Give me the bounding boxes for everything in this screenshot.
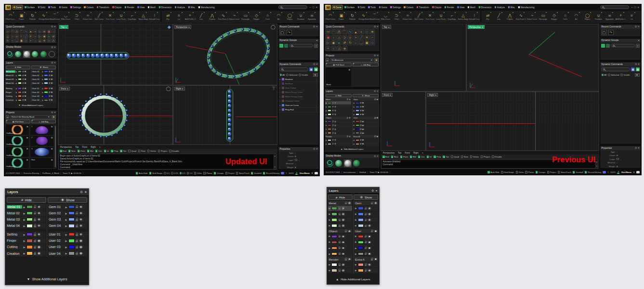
play-icon[interactable]: ▶ [42,75,43,77]
quick-command-icon[interactable]: ◠ [11,29,14,33]
dynamic-command-row[interactable]: ▸Micro Prong Cutter⋮ [278,95,319,99]
scroll-up-icon[interactable]: ▲ [274,155,276,158]
layer-color-swatch[interactable] [68,218,75,221]
lock-icon[interactable] [22,92,24,93]
quick-command-icon[interactable]: ~ [11,39,14,42]
play-icon[interactable]: ▶ [42,79,43,80]
project-thumbnail[interactable]: ▣New [30,158,53,168]
tool-rebuild-icon[interactable]: ↻Rebuild [347,11,358,23]
play-icon[interactable]: ▶ [326,132,327,134]
layer-row[interactable]: ▶ [325,138,351,142]
display-mode-sphere[interactable] [48,51,55,58]
quick-command-icon[interactable]: ◡ [15,39,19,42]
view-grid-button[interactable]: ▦ [631,67,635,71]
folder-icon[interactable]: ▣ [374,58,379,62]
viewport-label-perspective[interactable]: Perspective▾ [174,25,191,29]
layer-color-swatch[interactable] [355,113,359,115]
play-icon[interactable]: ▶ [326,110,327,112]
close-icon[interactable]: × [54,25,55,28]
menu-tab-clayoo[interactable]: Clayoo [111,5,122,9]
tool-blend-curve-icon[interactable]: ⌒Blend Curve [49,11,60,23]
layer-color-swatch[interactable] [26,251,33,255]
lock-icon[interactable] [332,110,334,111]
osnap-vertex[interactable]: Vertex [147,150,156,152]
lock-icon[interactable] [345,231,347,232]
layer-group-header[interactable]: User [354,229,378,233]
eye-icon[interactable] [51,99,53,101]
dynamic-command-row[interactable]: ▸Ring Rail⋮ [278,108,319,112]
kebab-menu-icon[interactable]: ⋮ [315,78,318,81]
play-icon[interactable]: ▶ [326,114,327,116]
layer-row[interactable]: User 02▶ [32,91,56,94]
lock-icon[interactable] [339,248,341,249]
eye-icon[interactable] [24,75,26,76]
kebab-menu-icon[interactable]: ⋮ [315,104,318,107]
quick-command-icon[interactable]: ◇ [370,40,375,45]
lock-icon[interactable] [34,213,36,215]
copy-icon[interactable]: ▣ [26,136,28,139]
quick-command-icon[interactable]: ○ [52,29,55,33]
layer-row[interactable]: Metal 02▶ [5,74,30,78]
menu-tab-gems[interactable]: Gems [378,5,388,9]
command-search-input[interactable] [601,67,630,71]
eye-icon[interactable] [374,202,377,204]
play-icon[interactable]: ▶ [16,79,17,80]
lock-icon[interactable] [360,129,361,130]
osnap-point[interactable]: Point [78,150,85,152]
menu-tab-surface[interactable]: Surface [343,5,355,9]
osnap-mid[interactable]: Mid [87,150,93,152]
quick-command-icon[interactable]: ◇ [38,29,42,33]
lock-icon[interactable] [339,270,341,272]
layer-row[interactable]: ▶ [328,239,352,245]
lock-icon[interactable] [76,240,78,242]
toggle-grid-snaps[interactable]: Grid Snaps [149,172,163,174]
layer-color-swatch[interactable] [328,143,331,145]
lock-icon[interactable] [22,96,24,97]
eye-icon[interactable] [362,125,364,126]
layer-row[interactable]: ▶ [354,262,378,267]
layer-color-swatch[interactable] [44,95,48,97]
quick-command-icon[interactable]: ∪ [15,34,19,38]
menu-tab-manufacturing[interactable]: Manufacturing [517,5,536,9]
layer-row[interactable]: Setting▶ [6,232,46,237]
eye-icon[interactable] [368,247,371,250]
layer-color-swatch[interactable] [44,99,48,102]
play-icon[interactable]: ▶ [329,241,330,243]
layer-row[interactable]: Gem 04▶ [48,223,88,229]
quick-command-icon[interactable]: △ [337,46,342,51]
quick-command-icon[interactable]: ▭ [47,39,51,42]
tool-ellipse-icon[interactable]: ◯Ellipse [582,11,593,23]
app-logo[interactable]: M [325,5,331,10]
snap-0.25[interactable]: 0.25 [171,172,178,174]
menu-tab-curve[interactable]: Curve [332,5,342,9]
play-icon[interactable]: ▶ [326,102,327,104]
ring-band-model[interactable] [226,89,233,142]
quick-command-icon[interactable]: △ [337,35,342,40]
eye-icon[interactable] [362,139,364,141]
layer-row[interactable]: User 01▶ [48,232,88,237]
community-icon[interactable] [603,171,606,174]
play-icon[interactable]: ▶ [354,120,355,122]
menu-icon[interactable]: ≡ [286,172,287,174]
quick-command-icon[interactable]: ◉ [331,40,336,45]
add-project-button[interactable]: + [326,58,329,62]
layer-color-swatch[interactable] [68,251,75,255]
quick-command-icon[interactable]: ◡ [359,40,364,45]
layer-row[interactable]: ▶ [353,138,379,142]
lock-icon[interactable] [347,136,348,137]
lock-icon[interactable] [332,140,334,141]
layer-color-swatch[interactable] [328,113,331,115]
eye-icon[interactable] [51,88,53,89]
osnap-near[interactable]: Near [391,156,398,158]
play-icon[interactable]: ▶ [16,99,17,101]
lock-icon[interactable] [360,121,361,122]
tool-dup-edge-icon[interactable]: ⌐Dup Edge [127,11,138,23]
tool-fillet-curve-icon[interactable]: ◡Fillet Curve [380,11,391,23]
menu-icon[interactable]: ≡ [607,171,609,173]
play-icon[interactable]: ▶ [355,235,357,237]
play-icon[interactable]: ▶ [329,235,330,237]
gear-icon[interactable]: ⚙ [374,25,376,28]
osnap-tan[interactable]: Tan [443,156,449,158]
sort-button[interactable]: ↕ [636,44,640,48]
eye-icon[interactable] [362,129,364,130]
